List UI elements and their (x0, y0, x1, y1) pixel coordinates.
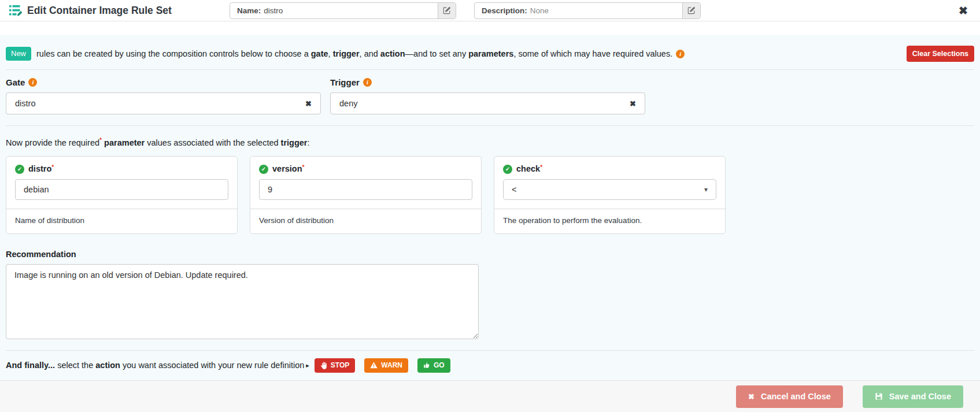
instructions-banner: New rules can be created by using the co… (6, 40, 974, 69)
info-icon[interactable]: i (676, 50, 685, 58)
parameter-check-select[interactable]: < ▾ (503, 179, 716, 200)
cancel-label: Cancel and Close (761, 392, 831, 401)
recommendation-textarea[interactable]: Image is running on an old version of De… (6, 264, 479, 339)
close-icon[interactable]: ✖ (959, 5, 968, 16)
rule-set-edit-icon (9, 5, 22, 16)
edit-icon (687, 6, 696, 14)
edit-name-button[interactable] (438, 3, 456, 18)
name-label: Name: (237, 6, 261, 15)
card-body: ✓ distro * debian (6, 157, 237, 209)
go-label: GO (434, 361, 445, 369)
rule-set-description-field[interactable]: Description: None (474, 2, 701, 19)
action-warn-button[interactable]: WARN (364, 358, 408, 373)
parameter-label: version (272, 164, 302, 173)
info-icon[interactable]: i (28, 78, 37, 87)
stop-label: STOP (331, 361, 349, 369)
required-asterisk: * (302, 164, 305, 170)
warn-label: WARN (381, 361, 402, 369)
parameter-value: 9 (268, 185, 272, 194)
parameter-label: check (516, 164, 540, 173)
parameter-value: debian (24, 185, 49, 194)
divider (6, 125, 974, 126)
parameter-card-distro: ✓ distro * debian Name of distribution (6, 156, 238, 234)
parameter-distro-input[interactable]: debian (15, 179, 228, 200)
action-stop-button[interactable]: STOP (315, 358, 355, 373)
rule-set-name-field[interactable]: Name: distro (230, 2, 456, 19)
edit-description-button[interactable] (682, 3, 700, 18)
required-asterisk: * (51, 164, 54, 170)
gate-label-row: Gate i (6, 77, 321, 87)
cancel-and-close-button[interactable]: ✖ Cancel and Close (736, 385, 843, 408)
gate-input[interactable]: distro ✖ (6, 92, 321, 114)
parameter-description: Name of distribution (6, 209, 237, 233)
edit-icon (443, 6, 451, 14)
page-title: Edit Container Image Rule Set (27, 5, 172, 17)
parameter-card-version: ✓ version * 9 Version of distribution (250, 156, 482, 234)
parameter-label: distro (28, 164, 51, 173)
parameter-version-input[interactable]: 9 (259, 179, 472, 200)
thumbs-up-icon (423, 362, 430, 369)
trigger-label: Trigger (330, 77, 360, 87)
chevron-down-icon: ▾ (704, 185, 708, 194)
clear-trigger-icon[interactable]: ✖ (630, 99, 636, 108)
recommendation-label: Recommendation (6, 250, 974, 259)
parameter-header: ✓ version * (259, 164, 472, 174)
action-intro: And finally... select the action you wan… (6, 361, 304, 370)
trigger-input[interactable]: deny ✖ (330, 92, 645, 114)
caret-right-icon: ▸ (306, 362, 309, 369)
gate-section: Gate i distro ✖ (6, 77, 321, 114)
save-label: Save and Close (889, 392, 951, 401)
check-circle-icon: ✓ (15, 165, 24, 174)
modal-footer: ✖ Cancel and Close Save and Close (0, 380, 980, 412)
description-label: Description: (482, 6, 527, 15)
trigger-label-row: Trigger i (330, 77, 645, 87)
parameter-cards: ✓ distro * debian Name of distribution ✓… (6, 156, 974, 234)
warning-icon (370, 362, 378, 369)
trigger-value: deny (339, 99, 357, 108)
parameter-card-check: ✓ check * < ▾ The operation to perform t… (494, 156, 726, 234)
divider (6, 350, 974, 351)
gate-value: distro (15, 99, 35, 108)
parameter-header: ✓ check * (503, 164, 716, 174)
check-circle-icon: ✓ (503, 165, 512, 174)
action-go-button[interactable]: GO (417, 358, 450, 373)
clear-selections-button[interactable]: Clear Selections (907, 46, 974, 62)
rule-editor-panel: New rules can be created by using the co… (0, 35, 980, 380)
hand-stop-icon (320, 362, 327, 369)
close-icon: ✖ (748, 392, 755, 401)
parameters-intro: Now provide the required* parameter valu… (6, 137, 974, 147)
check-circle-icon: ✓ (259, 165, 268, 174)
card-body: ✓ check * < ▾ (494, 157, 725, 209)
new-badge: New (6, 47, 31, 61)
instructions-text: rules can be created by using the compos… (36, 49, 672, 58)
name-value: distro (264, 6, 283, 15)
gate-trigger-row: Gate i distro ✖ Trigger i deny ✖ (6, 77, 974, 114)
action-row: And finally... select the action you wan… (6, 358, 974, 373)
required-asterisk: * (540, 164, 542, 170)
card-body: ✓ version * 9 (250, 157, 481, 209)
parameter-header: ✓ distro * (15, 164, 228, 174)
clear-gate-icon[interactable]: ✖ (305, 99, 312, 108)
parameter-description: The operation to perform the evaluation. (494, 209, 725, 233)
rule-set-name-text: Name: distro (230, 3, 438, 18)
trigger-section: Trigger i deny ✖ (330, 77, 645, 114)
rule-set-description-text: Description: None (475, 3, 682, 18)
save-and-close-button[interactable]: Save and Close (863, 385, 963, 408)
save-icon (875, 392, 883, 400)
parameter-description: Version of distribution (250, 209, 481, 233)
modal-header: Edit Container Image Rule Set Name: dist… (0, 0, 980, 21)
gate-label: Gate (6, 77, 25, 87)
divider (6, 69, 974, 70)
description-value: None (530, 6, 549, 15)
info-icon[interactable]: i (363, 78, 372, 87)
selected-option: < (512, 185, 516, 194)
